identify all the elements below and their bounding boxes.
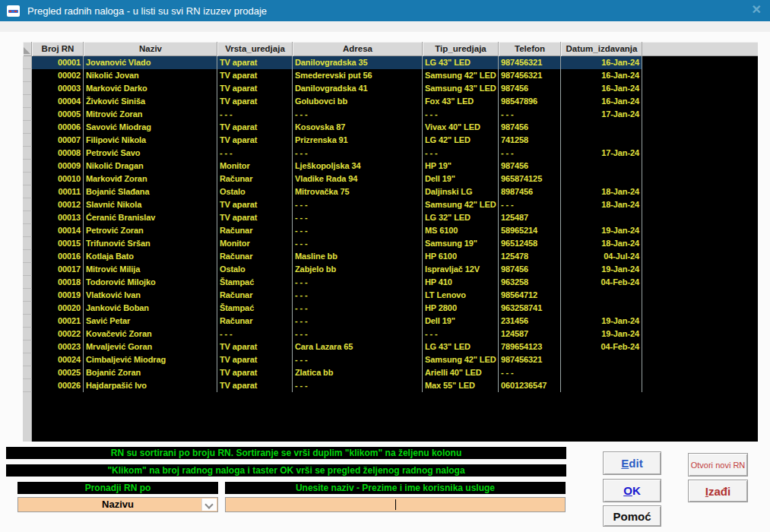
help-button[interactable]: Pomoć [603, 505, 661, 527]
row-selector[interactable] [23, 56, 32, 69]
cell-broj_rn[interactable]: 00020 [32, 302, 84, 315]
row-selector[interactable] [23, 237, 32, 250]
cell-tip_uredjaja[interactable]: - - - [423, 328, 499, 340]
column-header-tip_uredjaja[interactable]: Tip_uredjaja [423, 42, 499, 56]
row-selector[interactable] [23, 108, 32, 121]
cell-tip_uredjaja[interactable]: MS 6100 [423, 224, 499, 237]
close-icon[interactable]: ✕ [752, 2, 762, 17]
cell-broj_rn[interactable]: 00016 [32, 250, 84, 263]
cell-tip_uredjaja[interactable]: Samsung 19" [423, 237, 499, 250]
cell-telefon[interactable]: 987456321 [499, 69, 561, 82]
column-header-telefon[interactable]: Telefon [499, 42, 561, 56]
table-row[interactable]: 00021Savić PetarRačunar- - -Dell 19"2314… [32, 315, 642, 328]
cell-vrsta_uredjaja[interactable]: Štampać [217, 302, 293, 315]
cell-datum_izdavanja[interactable]: 17-Jan-24 [561, 108, 642, 121]
row-selector[interactable] [23, 95, 32, 108]
cell-adresa[interactable]: Zabjelo bb [293, 263, 423, 276]
cell-vrsta_uredjaja[interactable]: TV aparat [217, 379, 293, 392]
cell-datum_izdavanja[interactable]: 19-Jan-24 [561, 328, 642, 340]
cell-telefon[interactable]: 231456 [499, 315, 561, 328]
cell-naziv[interactable]: Ćeranić Branislav [84, 211, 217, 224]
cell-broj_rn[interactable]: 00010 [32, 173, 84, 185]
column-header-broj_rn[interactable]: Broj RN [32, 42, 84, 56]
row-selector[interactable] [23, 198, 32, 211]
table-row[interactable]: 00022Kovačević Zoran- - -- - -- - -12458… [32, 328, 642, 340]
table-row[interactable]: 00009Nikolić DraganMonitorLješkopoljska … [32, 160, 642, 173]
cell-telefon[interactable]: 987456321 [499, 56, 561, 69]
row-selector[interactable] [23, 276, 32, 289]
cell-tip_uredjaja[interactable]: - - - [423, 147, 499, 160]
table-row[interactable]: 00008Petrović Savo- - -- - -- - -- - -17… [32, 147, 642, 160]
cell-adresa[interactable]: - - - [293, 302, 423, 315]
row-selector[interactable] [23, 69, 32, 82]
cell-telefon[interactable]: 963258 [499, 276, 561, 289]
ok-button[interactable]: OK [603, 479, 661, 502]
row-selector[interactable] [23, 302, 32, 315]
cell-telefon[interactable]: 125478 [499, 250, 561, 263]
cell-vrsta_uredjaja[interactable]: Računar [217, 289, 293, 302]
cell-datum_izdavanja[interactable] [561, 353, 642, 366]
table-row[interactable]: 00019Vlatković IvanRačunar- - -LT Lenovo… [32, 289, 642, 302]
cell-datum_izdavanja[interactable] [561, 173, 642, 185]
cell-tip_uredjaja[interactable]: LG 43" LED [423, 340, 499, 353]
cell-adresa[interactable]: - - - [293, 198, 423, 211]
cell-tip_uredjaja[interactable]: Max 55" LED [423, 379, 499, 392]
cell-vrsta_uredjaja[interactable]: TV aparat [217, 211, 293, 224]
row-selector[interactable] [23, 366, 32, 379]
cell-telefon[interactable]: 789654123 [499, 340, 561, 353]
cell-adresa[interactable]: - - - [293, 224, 423, 237]
row-selector[interactable] [23, 185, 32, 198]
cell-tip_uredjaja[interactable]: LT Lenovo [423, 289, 499, 302]
cell-naziv[interactable]: Trifunović Sršan [84, 237, 217, 250]
cell-naziv[interactable]: Živković Siniša [84, 95, 217, 108]
cell-broj_rn[interactable]: 00011 [32, 185, 84, 198]
cell-telefon[interactable]: 98564712 [499, 289, 561, 302]
table-row[interactable]: 00005Mitrović Zoran- - -- - -- - -- - -1… [32, 108, 642, 121]
table-row[interactable]: 00018Todorović MilojkoŠtampać- - -HP 410… [32, 276, 642, 289]
open-new-order-button[interactable]: Otvori novi RN [688, 453, 748, 477]
table-row[interactable]: 00013Ćeranić BranislavTV aparat- - -LG 3… [32, 211, 642, 224]
cell-datum_izdavanja[interactable] [561, 134, 642, 147]
cell-telefon[interactable]: 741258 [499, 134, 561, 147]
row-selector[interactable] [23, 379, 32, 392]
cell-tip_uredjaja[interactable]: Samsung 42" LED [423, 198, 499, 211]
cell-vrsta_uredjaja[interactable]: TV aparat [217, 134, 293, 147]
cell-vrsta_uredjaja[interactable]: Računar [217, 173, 293, 185]
cell-telefon[interactable]: 965874125 [499, 173, 561, 185]
cell-naziv[interactable]: Todorović Milojko [84, 276, 217, 289]
cell-naziv[interactable]: Jovanović Vlado [84, 56, 217, 69]
cell-telefon[interactable]: 987456 [499, 263, 561, 276]
cell-vrsta_uredjaja[interactable]: TV aparat [217, 366, 293, 379]
table-row[interactable]: 00012Slavnić NikolaTV aparat- - -Samsung… [32, 198, 642, 211]
cell-naziv[interactable]: Savović Miodrag [84, 121, 217, 134]
cell-naziv[interactable]: Mitrović Zoran [84, 108, 217, 121]
row-selector[interactable] [23, 147, 32, 160]
cell-vrsta_uredjaja[interactable]: TV aparat [217, 56, 293, 69]
cell-broj_rn[interactable]: 00023 [32, 340, 84, 353]
table-row[interactable]: 00015Trifunović SršanMonitor- - -Samsung… [32, 237, 642, 250]
cell-naziv[interactable]: Hajdarpašić Ivo [84, 379, 217, 392]
cell-broj_rn[interactable]: 00021 [32, 315, 84, 328]
cell-naziv[interactable]: Savić Petar [84, 315, 217, 328]
row-selector[interactable] [23, 250, 32, 263]
cell-broj_rn[interactable]: 00024 [32, 353, 84, 366]
cell-datum_izdavanja[interactable]: 17-Jan-24 [561, 147, 642, 160]
row-selector[interactable] [23, 82, 32, 95]
cell-adresa[interactable]: - - - [293, 315, 423, 328]
cell-adresa[interactable]: Mitrovačka 75 [293, 185, 423, 198]
cell-broj_rn[interactable]: 00006 [32, 121, 84, 134]
cell-datum_izdavanja[interactable] [561, 160, 642, 173]
cell-vrsta_uredjaja[interactable]: Štampać [217, 276, 293, 289]
cell-naziv[interactable]: Marković Darko [84, 82, 217, 95]
row-selector[interactable] [23, 328, 32, 340]
row-selector[interactable] [23, 353, 32, 366]
column-header-naziv[interactable]: Naziv [84, 42, 217, 56]
cell-vrsta_uredjaja[interactable]: Monitor [217, 160, 293, 173]
row-selector[interactable] [23, 134, 32, 147]
cell-tip_uredjaja[interactable]: Samsung 42" LED [423, 69, 499, 82]
cell-telefon[interactable]: 58965214 [499, 224, 561, 237]
cell-broj_rn[interactable]: 00002 [32, 69, 84, 82]
cell-telefon[interactable]: 963258741 [499, 302, 561, 315]
table-row[interactable]: 00001Jovanović VladoTV aparatDanilovgrad… [32, 56, 642, 69]
table-row[interactable]: 00026Hajdarpašić IvoTV aparat- - -Max 55… [32, 379, 642, 392]
